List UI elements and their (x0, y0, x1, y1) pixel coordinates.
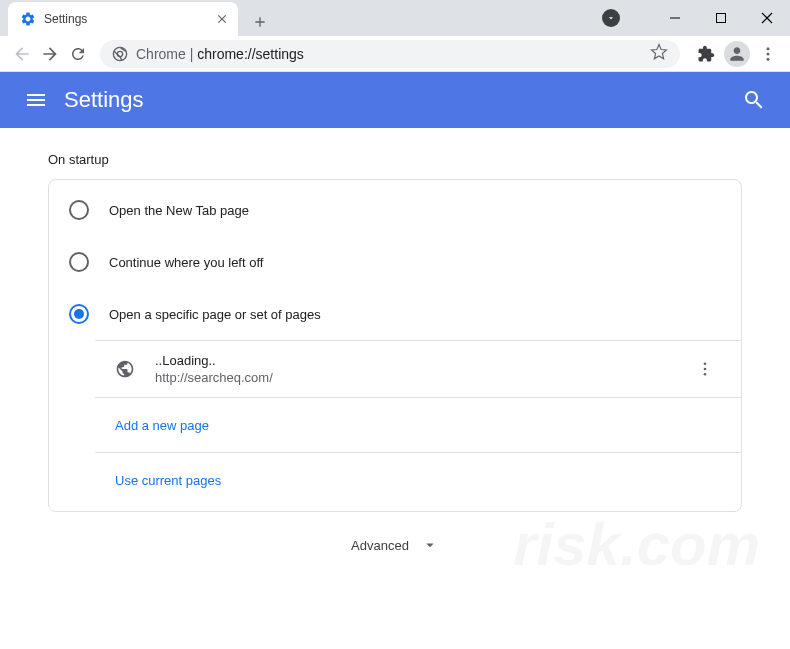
chrome-icon (112, 46, 128, 62)
menu-button[interactable] (754, 40, 782, 68)
page-info: ..Loading.. http://searcheq.com/ (155, 353, 689, 385)
gear-icon (20, 11, 36, 27)
radio-new-tab[interactable]: Open the New Tab page (49, 184, 741, 236)
svg-point-14 (704, 373, 707, 376)
svg-point-10 (767, 52, 770, 55)
startup-pages-subsection: ..Loading.. http://searcheq.com/ Add a n… (95, 340, 741, 507)
radio-label: Open a specific page or set of pages (109, 307, 321, 322)
startup-card: Open the New Tab page Continue where you… (48, 179, 742, 512)
radio-label: Continue where you left off (109, 255, 263, 270)
content-scroll-area[interactable]: On startup Open the New Tab page Continu… (0, 128, 790, 649)
svg-point-4 (113, 47, 126, 60)
extension-badge-icon[interactable] (602, 9, 620, 27)
tab-bar: Settings (0, 0, 790, 36)
link-label: Use current pages (115, 473, 221, 488)
search-icon[interactable] (734, 80, 774, 120)
browser-toolbar: Chrome | chrome://settings (0, 36, 790, 72)
window-controls (652, 0, 790, 36)
svg-rect-1 (717, 14, 726, 23)
page-title: Settings (64, 87, 144, 113)
svg-point-12 (704, 362, 707, 365)
svg-point-13 (704, 368, 707, 371)
use-current-pages-link[interactable]: Use current pages (95, 453, 741, 507)
url-text: Chrome | chrome://settings (136, 46, 304, 62)
page-entry-title: ..Loading.. (155, 353, 689, 368)
tab-title: Settings (44, 12, 214, 26)
radio-specific-page[interactable]: Open a specific page or set of pages (49, 288, 741, 340)
close-tab-icon[interactable] (214, 11, 230, 27)
bookmark-star-icon[interactable] (650, 43, 668, 65)
globe-icon (115, 359, 135, 379)
section-title-startup: On startup (0, 152, 790, 179)
settings-header: Settings (0, 72, 790, 128)
radio-icon (69, 304, 89, 324)
reload-button[interactable] (64, 40, 92, 68)
more-options-icon[interactable] (689, 353, 721, 385)
radio-icon (69, 252, 89, 272)
radio-continue[interactable]: Continue where you left off (49, 236, 741, 288)
profile-avatar[interactable] (724, 41, 750, 67)
tab-settings[interactable]: Settings (8, 2, 238, 36)
new-tab-button[interactable] (246, 8, 274, 36)
hamburger-menu-icon[interactable] (16, 80, 56, 120)
chevron-down-icon (421, 536, 439, 554)
svg-point-11 (767, 57, 770, 60)
forward-button[interactable] (36, 40, 64, 68)
advanced-toggle[interactable]: Advanced (0, 512, 790, 578)
link-label: Add a new page (115, 418, 209, 433)
radio-icon (69, 200, 89, 220)
page-entry-url: http://searcheq.com/ (155, 370, 689, 385)
radio-label: Open the New Tab page (109, 203, 249, 218)
svg-point-9 (767, 47, 770, 50)
back-button[interactable] (8, 40, 36, 68)
add-new-page-link[interactable]: Add a new page (95, 398, 741, 453)
advanced-label: Advanced (351, 538, 409, 553)
maximize-button[interactable] (698, 0, 744, 36)
minimize-button[interactable] (652, 0, 698, 36)
close-window-button[interactable] (744, 0, 790, 36)
extensions-icon[interactable] (692, 40, 720, 68)
address-bar[interactable]: Chrome | chrome://settings (100, 40, 680, 68)
startup-page-row: ..Loading.. http://searcheq.com/ (95, 341, 741, 398)
